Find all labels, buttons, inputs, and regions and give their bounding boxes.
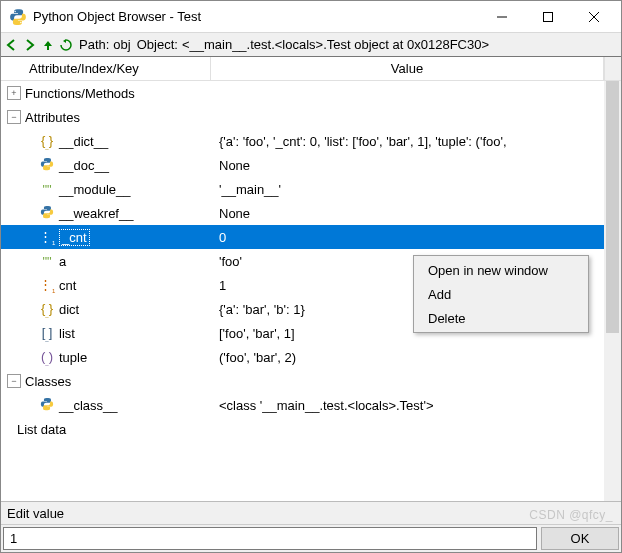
attr-key: cnt (59, 278, 76, 293)
column-key[interactable]: Attribute/Index/Key (1, 57, 211, 80)
attr-key: __dict__ (59, 134, 108, 149)
tree-row-selected[interactable]: ⋮1 _cnt 0 (1, 225, 604, 249)
python-icon (39, 205, 55, 221)
maximize-button[interactable] (525, 2, 571, 32)
attr-value: None (219, 206, 250, 221)
attr-value: 0 (219, 230, 226, 245)
tree-row[interactable]: (_) tuple ('foo', 'bar', 2) (1, 345, 604, 369)
tree-group-attributes[interactable]: − Attributes (1, 105, 604, 129)
int-icon: ⋮1 (39, 229, 55, 246)
attr-key: __doc__ (59, 158, 109, 173)
dict-icon: {_} (39, 301, 55, 318)
list-icon: [_] (39, 325, 55, 342)
up-button[interactable] (39, 35, 57, 55)
attr-key: __weakref__ (59, 206, 133, 221)
attr-key: dict (59, 302, 79, 317)
string-icon: "" (39, 254, 55, 269)
edit-row: OK (1, 524, 621, 552)
attr-key: __class__ (59, 398, 118, 413)
tree-footer-listdata[interactable]: List data (1, 417, 604, 441)
column-scroll-spacer (604, 57, 621, 80)
attr-value: None (219, 158, 250, 173)
attr-key: __module__ (59, 182, 131, 197)
object-label: Object: (137, 37, 178, 52)
tree-row[interactable]: "" __module__ '__main__' (1, 177, 604, 201)
list-data-label: List data (17, 422, 66, 437)
python-icon (39, 397, 55, 413)
attr-key: tuple (59, 350, 87, 365)
menu-item-label: Add (428, 287, 451, 302)
attr-value: ('foo', 'bar', 2) (219, 350, 296, 365)
menu-item-delete[interactable]: Delete (416, 306, 586, 330)
attr-key: list (59, 326, 75, 341)
edit-label-row: Edit value (1, 502, 621, 524)
group-label: Functions/Methods (25, 86, 135, 101)
attr-value: {'a': 'bar', 'b': 1} (219, 302, 305, 317)
forward-button[interactable] (21, 35, 39, 55)
menu-item-label: Delete (428, 311, 466, 326)
context-menu: Open in new window Add Delete (413, 255, 589, 333)
menu-item-add[interactable]: Add (416, 282, 586, 306)
tree-row[interactable]: __class__ <class '__main__.test.<locals>… (1, 393, 604, 417)
path-value: obj (113, 37, 130, 52)
minimize-button[interactable] (479, 2, 525, 32)
close-button[interactable] (571, 2, 617, 32)
attr-value: 'foo' (219, 254, 242, 269)
group-label: Attributes (25, 110, 80, 125)
python-app-icon (9, 8, 27, 26)
titlebar: Python Object Browser - Test (1, 1, 621, 33)
column-value[interactable]: Value (211, 57, 604, 80)
window-title: Python Object Browser - Test (33, 9, 479, 24)
attr-value: ['foo', 'bar', 1] (219, 326, 295, 341)
ok-button-label: OK (571, 531, 590, 546)
attr-key: _cnt (59, 229, 90, 246)
menu-item-open-new-window[interactable]: Open in new window (416, 258, 586, 282)
svg-rect-1 (544, 12, 553, 21)
tree-row[interactable]: __weakref__ None (1, 201, 604, 225)
back-button[interactable] (3, 35, 21, 55)
column-headers: Attribute/Index/Key Value (1, 57, 621, 81)
attr-key: a (59, 254, 66, 269)
python-icon (39, 157, 55, 173)
edit-value-label: Edit value (7, 506, 64, 521)
int-icon: ⋮1 (39, 277, 55, 294)
tree-group-functions[interactable]: + Functions/Methods (1, 81, 604, 105)
toolbar: Path: obj Object: <__main__.test.<locals… (1, 33, 621, 57)
tree-row[interactable]: {_} __dict__ {'a': 'foo', '_cnt': 0, 'li… (1, 129, 604, 153)
menu-item-label: Open in new window (428, 263, 548, 278)
edit-value-input[interactable] (3, 527, 537, 550)
scrollbar-thumb[interactable] (606, 81, 619, 333)
ok-button[interactable]: OK (541, 527, 619, 550)
refresh-button[interactable] (57, 35, 75, 55)
expand-icon[interactable]: + (7, 86, 21, 100)
tree-row[interactable]: __doc__ None (1, 153, 604, 177)
collapse-icon[interactable]: − (7, 110, 21, 124)
tuple-icon: (_) (39, 349, 55, 366)
object-value: <__main__.test.<locals>.Test object at 0… (182, 37, 619, 52)
attr-value: <class '__main__.test.<locals>.Test'> (219, 398, 434, 413)
attr-value: '__main__' (219, 182, 281, 197)
tree-group-classes[interactable]: − Classes (1, 369, 604, 393)
group-label: Classes (25, 374, 71, 389)
collapse-icon[interactable]: − (7, 374, 21, 388)
path-label: Path: (79, 37, 109, 52)
vertical-scrollbar[interactable] (604, 81, 621, 501)
attr-value: 1 (219, 278, 226, 293)
string-icon: "" (39, 182, 55, 197)
attr-value: {'a': 'foo', '_cnt': 0, 'list': ['foo', … (219, 134, 507, 149)
dict-icon: {_} (39, 133, 55, 150)
